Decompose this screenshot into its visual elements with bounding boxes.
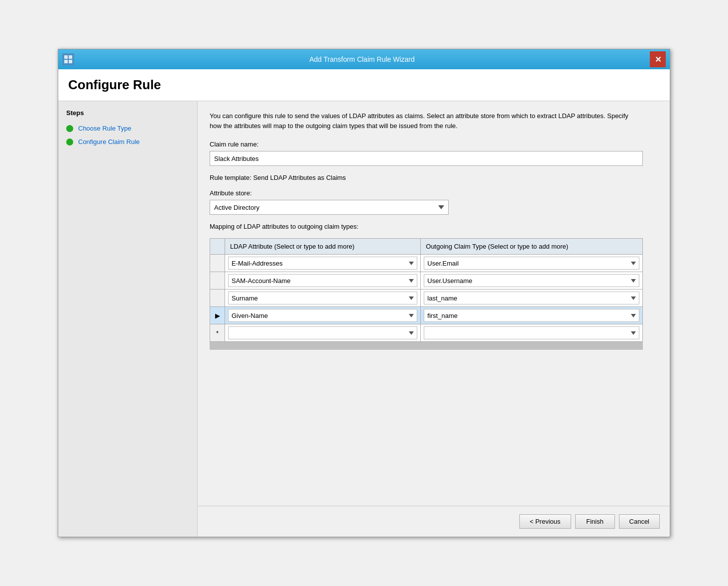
mapping-label: Mapping of LDAP attributes to outgoing c… [210,223,359,230]
sidebar-item-label-1: Choose Rule Type [78,125,131,132]
attribute-store-group: Attribute store: Active Directory [210,189,658,215]
window-title: Add Transform Claim Rule Wizard [74,55,650,63]
table-header-indicator [210,239,225,255]
ldap-select-4[interactable]: Given-Name [228,309,417,322]
claim-rule-name-label: Claim rule name: [210,141,658,148]
table-row: SAM-Account-Name User.Username [210,272,643,290]
description-text: You can configure this rule to send the … [210,111,638,131]
row-indicator-5: * [210,324,225,342]
footer: < Previous Finish Cancel [198,506,670,537]
svg-rect-2 [64,60,68,63]
table-row-new: * [210,324,643,342]
ldap-cell-3: Surname [225,290,421,307]
ldap-select-2[interactable]: SAM-Account-Name [228,274,417,287]
claim-cell-2: User.Username [421,272,643,290]
app-icon [62,53,74,65]
sidebar-item-configure-claim-rule[interactable]: Configure Claim Rule [58,135,197,148]
claim-cell-3: last_name [421,290,643,307]
sidebar-item-label-2: Configure Claim Rule [78,138,140,146]
sidebar-item-choose-rule-type[interactable]: Choose Rule Type [58,122,197,135]
rule-template-text: Rule template: Send LDAP Attributes as C… [210,174,346,181]
attribute-store-select[interactable]: Active Directory [210,200,449,215]
close-button[interactable]: ✕ [650,51,666,67]
mapping-label-group: Mapping of LDAP attributes to outgoing c… [210,223,658,230]
claim-select-2[interactable]: User.Username [424,274,639,287]
row-indicator-1 [210,255,225,272]
page-header: Configure Rule [58,69,670,101]
table-row-selected: ▶ Given-Name first_name [210,307,643,324]
ldap-cell-5 [225,324,421,342]
row-indicator-3 [210,290,225,307]
step-dot-1 [66,125,73,132]
row-indicator-4: ▶ [210,307,225,324]
svg-rect-1 [69,55,72,59]
table-row: E-Mail-Addresses User.Email [210,255,643,272]
steps-label: Steps [58,109,197,122]
attribute-store-label: Attribute store: [210,189,658,197]
ldap-cell-2: SAM-Account-Name [225,272,421,290]
mapping-table: LDAP Attribute (Select or type to add mo… [210,238,643,342]
claim-rule-name-input[interactable] [210,151,643,166]
claim-select-3[interactable]: last_name [424,292,639,304]
claim-rule-name-group: Claim rule name: [210,141,658,166]
previous-button[interactable]: < Previous [519,514,571,529]
table-row: Surname last_name [210,290,643,307]
main-window: Add Transform Claim Rule Wizard ✕ Config… [58,49,670,537]
table-scrollbar[interactable] [210,342,643,350]
claim-cell-1: User.Email [421,255,643,272]
ldap-select-5[interactable] [228,326,417,339]
ldap-cell-1: E-Mail-Addresses [225,255,421,272]
ldap-cell-4: Given-Name [225,307,421,324]
ldap-select-3[interactable]: Surname [228,292,417,304]
step-dot-2 [66,139,73,146]
svg-rect-0 [64,55,68,59]
claim-select-4[interactable]: first_name [424,309,639,322]
finish-button[interactable]: Finish [575,514,615,529]
table-header-ldap: LDAP Attribute (Select or type to add mo… [225,239,421,255]
claim-select-1[interactable]: User.Email [424,257,639,270]
claim-cell-4: first_name [421,307,643,324]
main-content: You can configure this rule to send the … [198,101,670,537]
svg-rect-3 [69,60,72,63]
window-body: Steps Choose Rule Type Configure Claim R… [58,101,670,537]
claim-cell-5 [421,324,643,342]
sidebar: Steps Choose Rule Type Configure Claim R… [58,101,198,537]
table-header-claim: Outgoing Claim Type (Select or type to a… [421,239,643,255]
title-bar: Add Transform Claim Rule Wizard ✕ [58,49,670,69]
content-area: You can configure this rule to send the … [198,101,670,506]
cancel-button[interactable]: Cancel [619,514,660,529]
claim-select-5[interactable] [424,326,639,339]
rule-template-group: Rule template: Send LDAP Attributes as C… [210,174,658,181]
row-indicator-2 [210,272,225,290]
page-title: Configure Rule [68,77,660,93]
ldap-select-1[interactable]: E-Mail-Addresses [228,257,417,270]
